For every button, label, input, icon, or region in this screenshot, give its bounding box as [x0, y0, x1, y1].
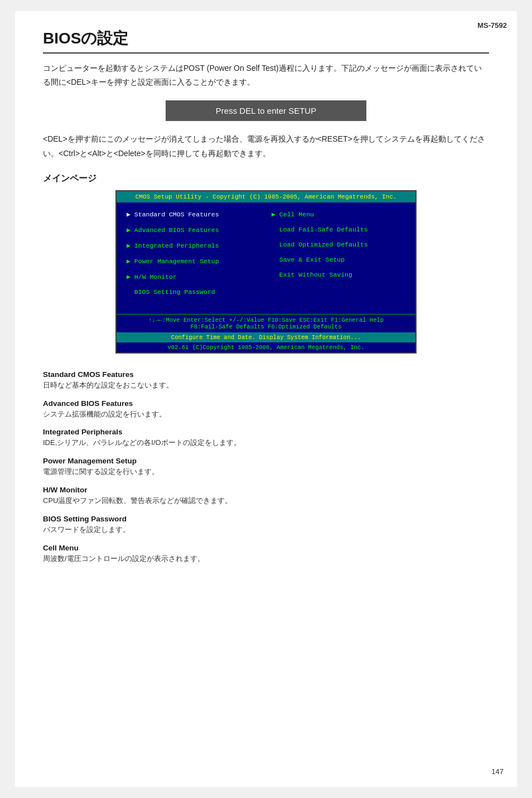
- bios-footer-copyright: v02.61 (C)Copyright 1985-2006, American …: [117, 342, 415, 352]
- feature-power: Power Management Setup 電源管理に関する設定を行います。: [43, 457, 489, 478]
- bios-item-standard: ▶ Standard CMOS Features: [127, 210, 260, 218]
- bios-header: CMOS Setup Utility - Copyright (C) 1985-…: [117, 191, 415, 202]
- bios-item-advanced: ▶ Advanced BIOS Features: [127, 226, 260, 234]
- feature-password: BIOS Setting Password パスワードを設定します。: [43, 515, 489, 536]
- page-number: 147: [491, 767, 504, 776]
- feature-hw-desc: CPU温度やファン回転数、警告表示などが確認できます。: [43, 495, 489, 507]
- bios-item-save-exit: Save & Exit Setup: [272, 256, 405, 263]
- bios-right-col: ▶ Cell Menu Load Fail-Safe Defaults Load…: [266, 208, 411, 308]
- features-list: Standard CMOS Features 日時など基本的な設定をおこないます…: [43, 370, 489, 565]
- bios-item-power: ▶ Power Management Setup: [127, 257, 260, 265]
- feature-standard: Standard CMOS Features 日時など基本的な設定をおこないます…: [43, 370, 489, 391]
- bios-footer-info: Configure Time and Date. Display System …: [117, 332, 415, 342]
- bios-screen: CMOS Setup Utility - Copyright (C) 1985-…: [115, 190, 417, 354]
- bios-item-cell: ▶ Cell Menu: [272, 210, 405, 218]
- bios-item-integrated: ▶ Integrated Peripherals: [127, 241, 260, 249]
- bios-footer-line1: ↑↓→←:Move Enter:Select +/-/:Value F10:Sa…: [121, 317, 411, 323]
- bios-item-password: BIOS Setting Password: [127, 288, 260, 296]
- bios-footer-keys: ↑↓→←:Move Enter:Select +/-/:Value F10:Sa…: [117, 314, 415, 332]
- feature-advanced-title: Advanced BIOS Features: [43, 399, 489, 408]
- bios-item-hw: ▶ H/W Monitor: [127, 273, 260, 280]
- page-title: BIOSの設定: [43, 28, 489, 54]
- main-page-section-title: メインページ: [43, 173, 489, 185]
- feature-hw-title: H/W Monitor: [43, 486, 489, 494]
- bios-left-col: ▶ Standard CMOS Features ▶ Advanced BIOS…: [121, 208, 266, 308]
- middle-text: <DEL>を押す前にこのメッセージが消えてしまった場合、電源を再投入するか<RE…: [43, 132, 489, 160]
- feature-cell-desc: 周波数/電圧コントロールの設定が表示されます。: [43, 553, 489, 565]
- bios-item-failsafe: Load Fail-Safe Defaults: [272, 226, 405, 233]
- intro-text: コンピューターを起動するとシステムはPOST (Power On Self Te…: [43, 61, 489, 89]
- feature-cell-title: Cell Menu: [43, 544, 489, 552]
- feature-standard-desc: 日時など基本的な設定をおこないます。: [43, 380, 489, 391]
- press-del-box: Press DEL to enter SETUP: [166, 100, 366, 121]
- page-container: MS-7592 BIOSの設定 コンピューターを起動するとシステムはPOST (…: [15, 11, 517, 787]
- bios-footer-line1b: F8:Fail-Safe Defaults F6:Optimized Defau…: [121, 323, 411, 330]
- feature-hw: H/W Monitor CPU温度やファン回転数、警告表示などが確認できます。: [43, 486, 489, 507]
- feature-power-title: Power Management Setup: [43, 457, 489, 465]
- feature-integrated-title: Integrated Peripherals: [43, 428, 489, 436]
- bios-item-optimized: Load Optimized Defaults: [272, 241, 405, 248]
- bios-body: ▶ Standard CMOS Features ▶ Advanced BIOS…: [117, 202, 415, 314]
- feature-standard-title: Standard CMOS Features: [43, 370, 489, 379]
- feature-advanced: Advanced BIOS Features システム拡張機能の設定を行います。: [43, 399, 489, 420]
- feature-integrated-desc: IDE,シリアル、バラレルなどの各I/Oポートの設定をします。: [43, 437, 489, 449]
- feature-power-desc: 電源管理に関する設定を行います。: [43, 466, 489, 478]
- feature-advanced-desc: システム拡張機能の設定を行います。: [43, 409, 489, 420]
- feature-cell: Cell Menu 周波数/電圧コントロールの設定が表示されます。: [43, 544, 489, 565]
- model-number: MS-7592: [477, 21, 507, 30]
- feature-password-desc: パスワードを設定します。: [43, 524, 489, 536]
- feature-password-title: BIOS Setting Password: [43, 515, 489, 523]
- feature-integrated: Integrated Peripherals IDE,シリアル、バラレルなどの各…: [43, 428, 489, 449]
- bios-item-exit-nosave: Exit Without Saving: [272, 271, 405, 278]
